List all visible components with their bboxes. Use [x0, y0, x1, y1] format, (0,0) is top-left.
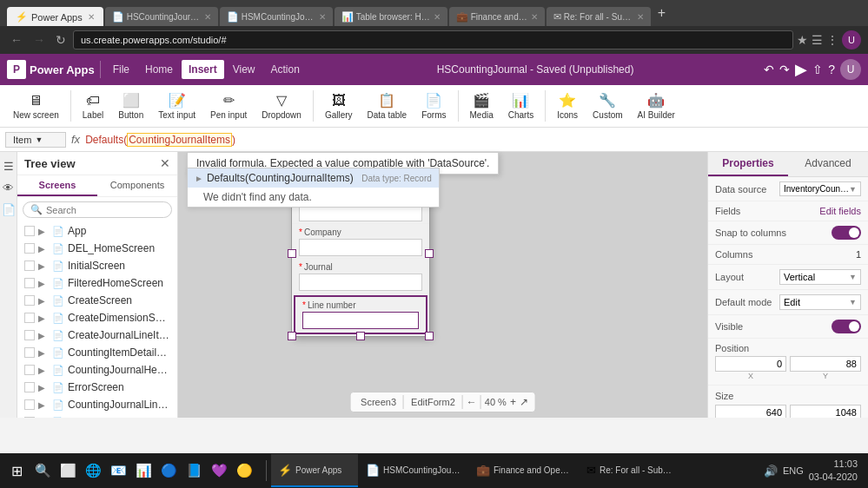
- tab-close-5[interactable]: ✕: [531, 12, 538, 22]
- user-avatar[interactable]: U: [842, 30, 861, 49]
- prop-fields-link[interactable]: Edit fields: [819, 206, 861, 216]
- canvas-prev-btn[interactable]: ←: [467, 396, 477, 408]
- sidebar-item-countingjournalheader[interactable]: ▶ 📄 CountingJournalHeaderScreen: [17, 361, 177, 379]
- browser-tab-5[interactable]: 💼 Finance and Operations ✕: [449, 7, 545, 26]
- sidebar-item-createscreen[interactable]: ▶ 📄 CreateScreen: [17, 292, 177, 309]
- browser-tab-3[interactable]: 📄 HSMCountingJournalL... ✕: [220, 7, 333, 26]
- sidebar-item-initialscreen[interactable]: ▶ 📄 InitialScreen: [17, 257, 177, 274]
- selection-handle-bl[interactable]: [288, 332, 296, 340]
- ribbon-btn-new-screen[interactable]: 🖥 New screen: [7, 89, 65, 123]
- user-profile[interactable]: U: [840, 59, 861, 80]
- ribbon-btn-custom[interactable]: 🔧 Custom: [586, 89, 628, 123]
- ribbon-btn-icons[interactable]: ⭐ Icons: [551, 89, 584, 123]
- sidebar-item-screen1[interactable]: ▶ 📄 Screen1: [17, 413, 177, 418]
- back-button[interactable]: ←: [7, 31, 26, 49]
- new-tab-button[interactable]: +: [653, 5, 671, 21]
- taskbar-app-task[interactable]: ⬜: [56, 456, 80, 485]
- sidebar-item-errorscreen[interactable]: ▶ 📄 ErrorScreen: [17, 379, 177, 396]
- formula-item-selector[interactable]: Item ▼: [5, 132, 66, 148]
- left-icon-2[interactable]: 👁: [1, 181, 16, 195]
- prop-pos-y[interactable]: [790, 356, 861, 372]
- prop-snap-toggle[interactable]: [832, 226, 861, 240]
- autocomplete-item-1[interactable]: ► Defaults(CountingJournalItems) Data ty…: [188, 168, 439, 188]
- sidebar-item-app[interactable]: ▶ 📄 App: [17, 222, 177, 240]
- ribbon-btn-dropdown[interactable]: ▽ Dropdown: [255, 89, 308, 123]
- form-input-company[interactable]: [299, 239, 422, 256]
- ribbon-btn-media[interactable]: 🎬 Media: [464, 89, 500, 123]
- taskbar-app-excel[interactable]: 📊: [131, 456, 156, 485]
- form-input-line-number[interactable]: [302, 312, 419, 329]
- sidebar-item-createdimensionscreen[interactable]: ▶ 📄 CreateDimensionScreen: [17, 309, 177, 326]
- formula-input[interactable]: Defaults(CountingJournalItems): [85, 133, 863, 147]
- search-input[interactable]: [46, 205, 166, 215]
- sidebar-item-countingjournalline[interactable]: ▶ 📄 CountingJournalLineScreen: [17, 396, 177, 413]
- taskbar-sys-lang[interactable]: ENG: [783, 465, 804, 476]
- editform2-tab[interactable]: EditForm2: [407, 396, 459, 408]
- taskbar-running-finance[interactable]: 💼 Finance and Operations: [469, 454, 579, 487]
- browser-tab-6[interactable]: ✉ Re: For all - Submit for... ✕: [547, 7, 651, 26]
- tab-close-3[interactable]: ✕: [319, 12, 326, 22]
- play-button[interactable]: ▶: [795, 60, 807, 79]
- sidebar-item-countingitemdetails[interactable]: ▶ 📄 CountingItemDetailsScreen: [17, 344, 177, 361]
- menu-action[interactable]: Action: [264, 60, 307, 79]
- taskbar-start-button[interactable]: ⊞: [3, 456, 30, 485]
- taskbar-running-email[interactable]: ✉ Re: For all - Submit form...: [580, 454, 685, 487]
- sidebar-tab-screens[interactable]: Screens: [17, 175, 97, 196]
- selection-handle-bm[interactable]: [356, 332, 365, 340]
- ribbon-btn-forms[interactable]: 📄 Forms: [415, 89, 452, 123]
- tab-close-6[interactable]: ✕: [637, 12, 644, 22]
- app-logo[interactable]: P Power Apps: [7, 60, 95, 79]
- taskbar-clock[interactable]: 11:03 03-04-2020: [809, 458, 858, 485]
- help-button[interactable]: ?: [828, 63, 835, 76]
- ribbon-btn-button[interactable]: ⬜ Button: [112, 89, 149, 123]
- prop-layout-dropdown[interactable]: Vertical ▼: [779, 269, 861, 285]
- address-input[interactable]: [73, 30, 793, 49]
- taskbar-app-chrome[interactable]: 🌐: [81, 456, 105, 485]
- sidebar-item-del-homescreen[interactable]: ▶ 📄 DEL_HomeScreen: [17, 240, 177, 257]
- left-icon-3[interactable]: 📄: [0, 202, 17, 217]
- form-input-journal[interactable]: [299, 274, 422, 291]
- taskbar-sys-icon-sound[interactable]: 🔊: [764, 465, 778, 478]
- ribbon-btn-label[interactable]: 🏷 Label: [76, 89, 109, 123]
- share-button[interactable]: ⇧: [812, 63, 823, 76]
- sidebar-item-filteredhomescreen[interactable]: ▶ 📄 FilteredHomeScreen: [17, 274, 177, 292]
- taskbar-running-hsm[interactable]: 📄 HSMCountingJournal: [359, 454, 468, 487]
- ribbon-btn-datatable[interactable]: 📋 Data table: [361, 89, 414, 123]
- screen3-tab[interactable]: Screen3: [357, 396, 400, 408]
- tab-close-1[interactable]: ✕: [88, 12, 95, 22]
- menu-home[interactable]: Home: [138, 60, 180, 79]
- menu-view[interactable]: View: [226, 60, 262, 79]
- browser-tab-4[interactable]: 📊 Table browser: HSMCo... ✕: [335, 7, 447, 26]
- properties-tab-properties[interactable]: Properties: [708, 152, 788, 176]
- ribbon-btn-gallery[interactable]: 🖼 Gallery: [319, 89, 359, 123]
- star-button[interactable]: ★: [797, 33, 808, 47]
- tab-close-4[interactable]: ✕: [434, 12, 441, 22]
- ribbon-btn-text-input[interactable]: 📝 Text input: [152, 89, 202, 123]
- prop-visible-toggle[interactable]: [832, 320, 861, 333]
- tab-close-2[interactable]: ✕: [204, 12, 211, 22]
- ribbon-btn-charts[interactable]: 📊 Charts: [502, 89, 540, 123]
- taskbar-app-search[interactable]: 🔍: [30, 456, 55, 485]
- canvas-fit-btn[interactable]: ↗: [520, 396, 528, 408]
- taskbar-app-mail[interactable]: 📧: [106, 456, 130, 485]
- settings-button[interactable]: ⋮: [826, 33, 838, 47]
- left-icon-1[interactable]: ☰: [2, 159, 16, 174]
- sidebar-tab-components[interactable]: Components: [97, 175, 177, 196]
- sidebar-item-createjournalline[interactable]: ▶ 📄 CreateJournalLineItemScreen: [17, 326, 177, 344]
- undo-button[interactable]: ↶: [764, 63, 774, 76]
- prop-defaultmode-dropdown[interactable]: Edit ▼: [779, 294, 861, 310]
- browser-tab-2[interactable]: 📄 HSCountingJournal - S... ✕: [105, 7, 218, 26]
- refresh-button[interactable]: ↻: [52, 31, 70, 49]
- taskbar-app-teams[interactable]: 💜: [207, 456, 231, 485]
- forward-button[interactable]: →: [30, 31, 49, 49]
- prop-pos-x[interactable]: [715, 356, 786, 372]
- canvas-zoom-btn[interactable]: +: [510, 396, 516, 408]
- prop-datasource-dropdown[interactable]: InventoryCounting... ▼: [779, 181, 861, 196]
- menu-insert[interactable]: Insert: [182, 60, 224, 79]
- prop-size-height[interactable]: [790, 405, 861, 418]
- selection-handle-ml[interactable]: [288, 249, 296, 258]
- selection-handle-br[interactable]: [425, 332, 434, 340]
- properties-tab-advanced[interactable]: Advanced: [788, 152, 868, 176]
- taskbar-running-powerapps[interactable]: ⚡ Power Apps: [271, 454, 358, 487]
- sidebar-close-btn[interactable]: ✕: [160, 156, 170, 170]
